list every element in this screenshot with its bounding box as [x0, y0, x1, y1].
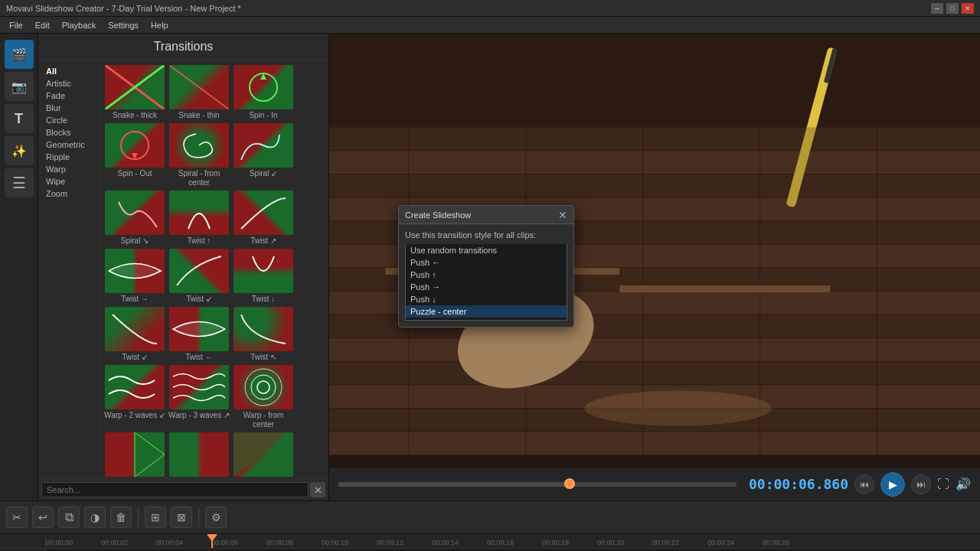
dialog-description: Use this transition style for all clips:	[405, 230, 567, 240]
dropdown-item-push-down[interactable]: Push ↓	[406, 293, 567, 305]
dialog-close-button[interactable]: ✕	[558, 209, 567, 221]
create-slideshow-dialog: Create Slideshow ✕ Use this transition s…	[398, 205, 574, 328]
dialog-overlay: Create Slideshow ✕ Use this transition s…	[0, 0, 980, 551]
dialog-title-bar: Create Slideshow ✕	[399, 206, 573, 224]
dropdown-item-random[interactable]: Use random transitions	[406, 244, 567, 256]
dropdown-item-push-left[interactable]: Push ←	[406, 256, 567, 269]
dropdown-item-puzzle-center[interactable]: Puzzle - center	[406, 305, 567, 318]
dropdown-item-puzzle-left[interactable]: Puzzle ←	[406, 318, 567, 321]
dropdown-item-push-up[interactable]: Push ↑	[406, 269, 567, 281]
dialog-title: Create Slideshow	[405, 210, 471, 220]
dialog-body: Use this transition style for all clips:…	[399, 224, 573, 327]
dropdown-item-push-right[interactable]: Push →	[406, 281, 567, 293]
dropdown-list: Use random transitions Push ← Push ↑ Pus…	[405, 244, 567, 321]
